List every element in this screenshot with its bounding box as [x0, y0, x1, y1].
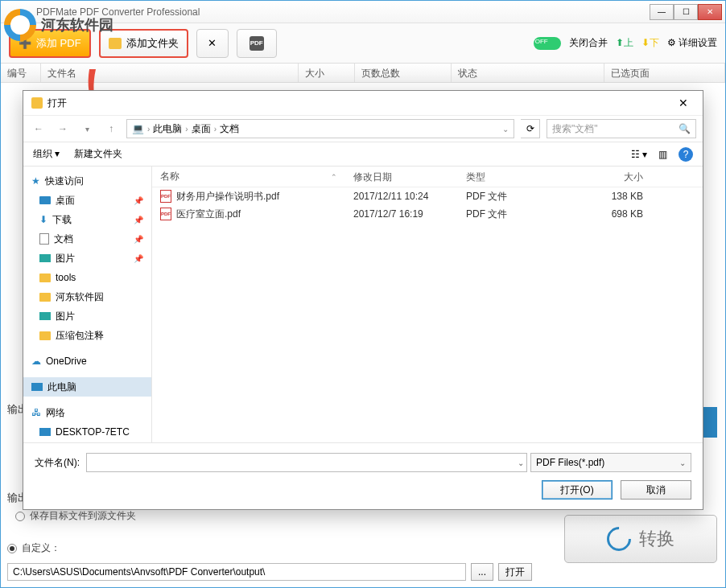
move-up-button[interactable]: ⬆上 — [616, 36, 633, 50]
file-list-header: 名称⌃ 修改日期 类型 大小 — [152, 167, 703, 187]
search-placeholder: 搜索"文档" — [552, 122, 598, 136]
sort-asc-icon: ⌃ — [331, 173, 337, 181]
nav-back-button[interactable]: ← — [30, 120, 47, 138]
search-icon: 🔍 — [679, 123, 691, 134]
dialog-toolbar: 组织 ▾ 新建文件夹 ☷ ▾ ▥ ? — [23, 142, 703, 167]
convert-label: 转换 — [639, 527, 674, 551]
preview-pane-button[interactable]: ▥ — [658, 149, 667, 160]
view-mode-button[interactable]: ☷ ▾ — [631, 149, 647, 160]
file-date: 2017/12/7 16:19 — [345, 207, 458, 221]
chevron-down-icon: ⌄ — [679, 458, 686, 467]
sidebar-thispc[interactable]: 此电脑 — [23, 377, 151, 397]
download-icon: ⬇ — [39, 214, 47, 225]
filetype-select[interactable]: PDF Files(*.pdf) ⌄ — [530, 453, 691, 472]
nav-up-button[interactable]: ↑ — [102, 120, 120, 138]
move-down-button[interactable]: ⬇下 — [641, 36, 659, 50]
chevron-right-icon: › — [185, 125, 188, 134]
file-size: 698 KB — [555, 207, 651, 221]
merge-toggle[interactable] — [534, 37, 561, 50]
bc-documents[interactable]: 文档 — [220, 122, 239, 136]
sidebar-onedrive[interactable]: ☁OneDrive — [23, 352, 151, 371]
browse-button[interactable]: ... — [471, 563, 493, 581]
star-icon: ★ — [31, 175, 40, 187]
nav-forward-button[interactable]: → — [54, 120, 72, 138]
dialog-open-button[interactable]: 打开(O) — [542, 480, 613, 500]
open-output-button[interactable]: 打开 — [498, 563, 532, 581]
watermark-text: 河东软件园 — [41, 15, 113, 35]
sidebar-documents[interactable]: 文档📌 — [23, 229, 151, 249]
minimize-button[interactable]: — — [650, 4, 674, 20]
save-to-source-option[interactable]: 保存目标文件到源文件夹 — [15, 509, 136, 523]
close-button[interactable]: ✕ — [698, 4, 722, 20]
settings-button[interactable]: ⚙ 详细设置 — [667, 36, 717, 50]
convert-button[interactable]: 转换 — [564, 515, 717, 563]
watermark-icon — [4, 9, 36, 41]
dialog-titlebar: 打开 ✕ — [23, 91, 703, 115]
col-selected[interactable]: 已选页面 — [604, 64, 725, 82]
add-folder-label: 添加文件夹 — [126, 36, 179, 51]
maximize-button[interactable]: ☐ — [674, 4, 698, 20]
sidebar-zip[interactable]: 压缩包注释 — [23, 326, 151, 345]
organize-menu[interactable]: 组织 ▾ — [33, 147, 60, 161]
sidebar-pictures[interactable]: 图片📌 — [23, 249, 151, 268]
file-row[interactable]: PDF财务用户操作说明书.pdf 2017/12/11 10:24 PDF 文件… — [152, 187, 703, 205]
watermark: 河东软件园 — [4, 9, 113, 41]
dialog-footer: 文件名(N): ⌄ PDF Files(*.pdf) ⌄ 打开(O) 取消 — [23, 442, 703, 509]
chevron-down-icon[interactable]: ⌄ — [502, 125, 509, 134]
pc-icon: 💻 — [132, 123, 144, 134]
bc-thispc[interactable]: 此电脑 — [153, 122, 182, 136]
file-date: 2017/12/11 10:24 — [345, 189, 458, 204]
pdf-file-icon: PDF — [160, 208, 171, 220]
chevron-right-icon: › — [147, 125, 150, 134]
sidebar-network[interactable]: 🖧网络 — [23, 403, 151, 422]
custom-label: 自定义： — [22, 541, 60, 555]
refresh-button[interactable]: ⟳ — [521, 119, 540, 138]
sidebar-net-device[interactable]: DESKTOP-7ETC — [23, 422, 151, 442]
filename-input[interactable] — [86, 453, 527, 472]
col-date[interactable]: 修改日期 — [345, 167, 458, 187]
file-type: PDF 文件 — [458, 188, 555, 205]
dialog-close-button[interactable]: ✕ — [672, 95, 695, 111]
sidebar-desktop[interactable]: 桌面📌 — [23, 191, 151, 210]
col-status[interactable]: 状态 — [452, 64, 604, 82]
file-row[interactable]: PDF医疗室立面.pdf 2017/12/7 16:19 PDF 文件 698 … — [152, 205, 703, 223]
col-name[interactable]: 文件名 — [41, 64, 299, 82]
col-pages[interactable]: 页数总数 — [355, 64, 452, 82]
col-name[interactable]: 名称⌃ — [152, 167, 345, 187]
filename-label: 文件名(N): — [35, 456, 80, 470]
search-input[interactable]: 搜索"文档" 🔍 — [547, 119, 696, 138]
file-name: 医疗室立面.pdf — [176, 208, 241, 221]
sidebar-downloads[interactable]: ⬇下载📌 — [23, 210, 151, 229]
bc-desktop[interactable]: 桌面 — [192, 122, 211, 136]
dialog-cancel-button[interactable]: 取消 — [621, 480, 691, 500]
pdf-mode-button[interactable]: PDF — [237, 29, 277, 58]
toolbar-right: 关闭合并 ⬆上 ⬇下 ⚙ 详细设置 — [534, 36, 717, 50]
pin-icon: 📌 — [134, 254, 143, 263]
merge-label: 关闭合并 — [569, 36, 608, 50]
chevron-right-icon: › — [214, 125, 217, 134]
radio-checked-icon — [7, 544, 17, 553]
col-size[interactable]: 大小 — [555, 167, 651, 187]
help-icon[interactable]: ? — [679, 147, 693, 162]
dialog-icon — [31, 97, 43, 109]
network-icon: 🖧 — [31, 407, 41, 418]
output-path-input[interactable] — [7, 563, 466, 581]
sidebar-quick-access[interactable]: ★快速访问 — [23, 171, 151, 191]
remove-button[interactable]: ✕ — [196, 29, 229, 58]
new-folder-button[interactable]: 新建文件夹 — [74, 147, 122, 161]
desktop-icon — [39, 196, 51, 204]
dialog-nav: ← → ▾ ↑ 💻 › 此电脑 › 桌面 › 文档 ⌄ ⟳ 搜索"文档" 🔍 — [23, 115, 703, 142]
document-icon — [39, 233, 49, 245]
dialog-body: ★快速访问 桌面📌 ⬇下载📌 文档📌 图片📌 tools 河东软件园 图片 压缩… — [23, 167, 703, 442]
col-type[interactable]: 类型 — [458, 167, 555, 187]
sidebar-pictures2[interactable]: 图片 — [23, 306, 151, 326]
col-size[interactable]: 大小 — [299, 64, 355, 82]
sidebar-hedong[interactable]: 河东软件园 — [23, 287, 151, 306]
breadcrumb[interactable]: 💻 › 此电脑 › 桌面 › 文档 ⌄ — [126, 119, 514, 138]
dialog-title: 打开 — [47, 97, 67, 110]
pdf-file-icon: PDF — [160, 190, 171, 203]
col-num[interactable]: 编号 — [1, 64, 41, 82]
window-controls: — ☐ ✕ — [650, 4, 722, 20]
nav-recent-button[interactable]: ▾ — [78, 120, 96, 138]
sidebar-tools[interactable]: tools — [23, 268, 151, 287]
